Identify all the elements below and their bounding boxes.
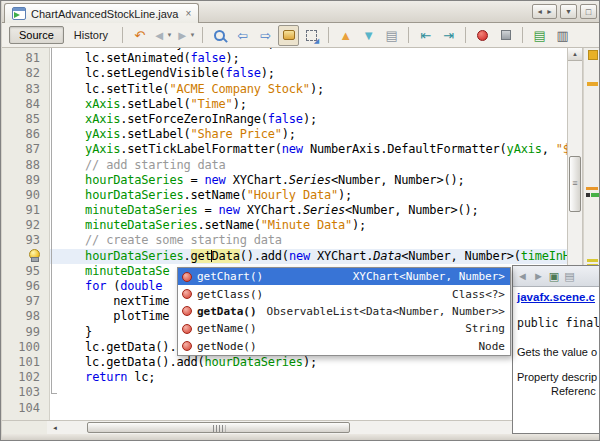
maximize-button[interactable]: □	[580, 4, 597, 19]
shift-line-left-icon[interactable]: ⇤	[415, 25, 436, 46]
line-number[interactable]: 85	[2, 112, 50, 127]
editor-toolbar: Source History ↶◄▼►▼⇦⇨▲▼▤⇤⇥▤▥	[2, 23, 600, 48]
vertical-scrollbar[interactable]: ▲	[567, 48, 583, 265]
line-number[interactable]: 81	[2, 51, 50, 66]
code-line[interactable]: 81 lc.setAnimated(false);	[2, 51, 567, 66]
horizontal-scrollbar[interactable]: ◄	[2, 420, 512, 434]
line-number[interactable]: 99	[2, 325, 50, 340]
code-line[interactable]: 93 // create some starting data	[2, 233, 567, 248]
start-macro-recording-icon[interactable]	[472, 25, 493, 46]
comment-icon[interactable]: ▤	[529, 25, 550, 46]
line-number[interactable]: 84	[2, 97, 50, 112]
tab-chartadvancedstockline[interactable]: ChartAdvancedStockLine.java ×	[4, 3, 199, 23]
completion-item[interactable]: getNode()Node	[178, 338, 510, 355]
line-number[interactable]: 102	[2, 370, 50, 385]
line-number[interactable]: 90	[2, 188, 50, 203]
line-number[interactable]: 101	[2, 355, 50, 370]
back-icon[interactable]: ◄▼	[152, 25, 173, 46]
history-toggle-button[interactable]: History	[66, 27, 116, 43]
tab-scroll-left-icon[interactable]: ◄	[536, 8, 543, 15]
line-number[interactable]: 82	[2, 66, 50, 81]
line-number[interactable]: 98	[2, 309, 50, 324]
tab-scroll-buttons[interactable]: ◄ ►	[532, 4, 557, 19]
javadoc-signature: public final	[517, 316, 600, 330]
line-number[interactable]: 89	[2, 173, 50, 188]
method-icon	[182, 272, 192, 282]
completion-item[interactable]: getData()ObservableList<Data<Number, Num…	[178, 303, 510, 320]
code-line[interactable]: 92 minuteDataSeries.setName("Minute Data…	[2, 218, 567, 233]
code-line[interactable]: 101 lc.getData().add(hourDataSeries);	[2, 355, 567, 370]
shift-line-right-icon[interactable]: ⇥	[438, 25, 459, 46]
code-line[interactable]: 88 // add starting data	[2, 158, 567, 173]
code-line[interactable]: 82 lc.setLegendVisible(false);	[2, 66, 567, 81]
code-line[interactable]: 85 xAxis.setForceZeroInRange(false);	[2, 112, 567, 127]
scroll-left-icon[interactable]: ◄	[48, 422, 62, 434]
line-number[interactable]: 103	[2, 385, 50, 400]
stripe-warning-mark[interactable]	[587, 82, 598, 86]
code-line[interactable]: 86 yAxis.setLabel("Share Price");	[2, 127, 567, 142]
completion-item[interactable]: getClass()Class<?>	[178, 285, 510, 302]
tab-scroll-right-icon[interactable]: ►	[546, 8, 553, 15]
tab-list-dropdown-button[interactable]: ▼	[560, 4, 577, 19]
code-line[interactable]: 91 minuteDataSeries = new XYChart.Series…	[2, 203, 567, 218]
stripe-warning-mark[interactable]	[586, 187, 598, 190]
code-line[interactable]: 104	[2, 401, 567, 416]
stripe-caret-mark[interactable]	[586, 193, 590, 197]
line-number[interactable]: 96	[2, 279, 50, 294]
code-line[interactable]: 90 hourDataSeries.setName("Hourly Data")…	[2, 188, 567, 203]
editor-hint-gutter[interactable]	[2, 249, 50, 264]
javadoc-forward-icon[interactable]: ►	[533, 271, 544, 282]
line-number[interactable]: 93	[2, 233, 50, 248]
line-number[interactable]: 86	[2, 127, 50, 142]
vertical-scrollbar-thumb[interactable]	[569, 156, 581, 212]
code-line[interactable]: 84 xAxis.setLabel("Time");	[2, 97, 567, 112]
code-line[interactable]: hourDataSeries.getData().add(new XYChart…	[2, 249, 567, 264]
previous-bookmark-icon[interactable]: ▲	[335, 25, 356, 46]
line-number[interactable]: 100	[2, 340, 50, 355]
code-line[interactable]: 87 yAxis.setTickLabelFormatter(new Numbe…	[2, 142, 567, 157]
code-editor[interactable]: 80 lc.setCreateSymbols(false);81 lc.setA…	[2, 48, 567, 420]
next-bookmark-icon[interactable]: ▼	[358, 25, 379, 46]
find-next-occurrence-icon[interactable]: ⇨	[255, 25, 276, 46]
last-edit-location-icon[interactable]: ↶	[129, 25, 150, 46]
source-toggle-button[interactable]: Source	[9, 26, 64, 44]
rectangular-selection-icon[interactable]	[301, 25, 322, 46]
completion-item[interactable]: getName()String	[178, 320, 510, 337]
method-icon	[182, 289, 192, 299]
code-line[interactable]: 89 hourDataSeries = new XYChart.Series<N…	[2, 173, 567, 188]
line-number[interactable]: 88	[2, 158, 50, 173]
uncomment-icon[interactable]: ▥	[552, 25, 573, 46]
line-number[interactable]: 97	[2, 294, 50, 309]
find-selection-icon[interactable]	[209, 25, 230, 46]
show-in-browser-icon[interactable]: ▣	[549, 271, 559, 282]
scroll-up-icon[interactable]: ▲	[568, 48, 582, 61]
warning-badge[interactable]	[588, 50, 598, 60]
completion-item[interactable]: getChart()XYChart<Number, Number>	[178, 268, 510, 285]
line-number[interactable]: 87	[2, 142, 50, 157]
line-number[interactable]: 104	[2, 401, 50, 416]
stripe-caret-mark[interactable]	[591, 193, 599, 197]
line-number[interactable]: 95	[2, 264, 50, 279]
toggle-bookmark-icon[interactable]: ▤	[381, 25, 402, 46]
javadoc-class-link[interactable]: javafx.scene.c	[517, 291, 600, 303]
code-line[interactable]: 83 lc.setTitle("ACME Company Stock");	[2, 82, 567, 97]
method-icon	[182, 306, 192, 316]
stop-macro-recording-icon[interactable]	[495, 25, 516, 46]
copy-doc-icon[interactable]: ▤	[564, 271, 574, 282]
find-selection-icon	[214, 30, 225, 41]
line-number[interactable]: 91	[2, 203, 50, 218]
tab-close-icon[interactable]: ×	[185, 8, 191, 19]
forward-icon[interactable]: ►▼	[175, 25, 196, 46]
horizontal-scrollbar-thumb[interactable]	[87, 422, 350, 433]
find-previous-occurrence-icon[interactable]: ⇦	[232, 25, 253, 46]
line-number[interactable]: 92	[2, 218, 50, 233]
line-number[interactable]: 83	[2, 82, 50, 97]
toggle-highlight-search-icon[interactable]	[278, 25, 299, 46]
hint-lightbulb-icon[interactable]	[29, 249, 40, 262]
code-text: yAxis.setLabel("Share Price");	[50, 127, 296, 142]
stripe-warning-mark[interactable]	[587, 259, 598, 262]
javadoc-back-icon[interactable]: ◄	[517, 271, 528, 282]
code-line[interactable]: 103	[2, 385, 567, 400]
java-file-icon	[12, 7, 26, 20]
code-line[interactable]: 102 return lc;	[2, 370, 567, 385]
